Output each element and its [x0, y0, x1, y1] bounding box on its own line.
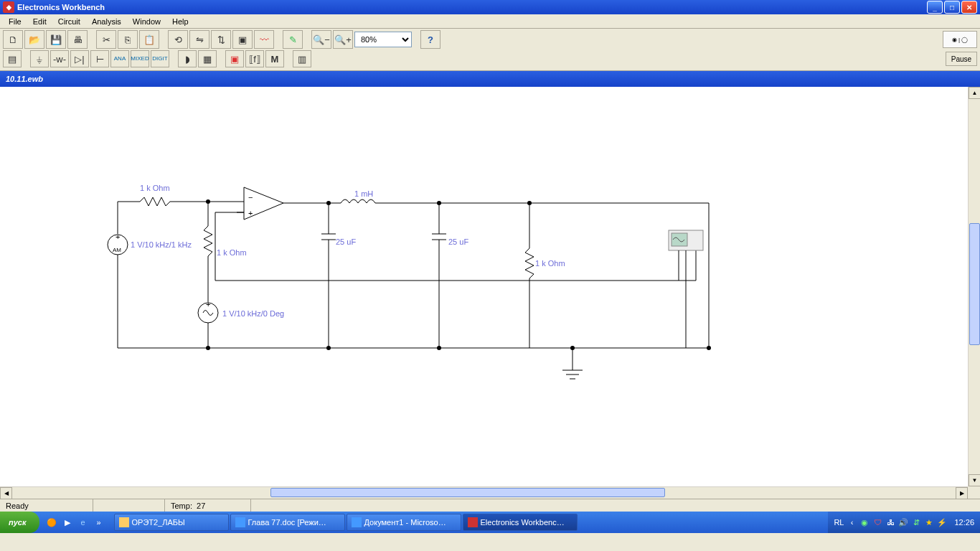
- svg-point-49: [437, 346, 441, 350]
- ql-more-icon[interactable]: »: [93, 516, 105, 529]
- print-button[interactable]: 🖶: [67, 30, 88, 49]
- horizontal-scroll-thumb[interactable]: [270, 488, 665, 497]
- tray-usb-icon[interactable]: ⇵: [911, 517, 921, 527]
- task-item-folder[interactable]: ОРЭТ2_ЛАБЫ: [114, 514, 229, 531]
- label-c1: 25 uF: [336, 237, 356, 246]
- tray-volume-icon[interactable]: 🔊: [898, 517, 908, 527]
- start-button[interactable]: пуск: [0, 512, 39, 533]
- vertical-scrollbar[interactable]: ▲ ▼: [968, 87, 980, 486]
- diodes-button[interactable]: ▷|: [70, 50, 89, 67]
- open-button[interactable]: 📂: [24, 30, 44, 49]
- cut-button[interactable]: ✂: [96, 30, 116, 49]
- circuit-schematic: − +: [0, 87, 968, 486]
- menu-edit[interactable]: Edit: [27, 16, 52, 27]
- new-button[interactable]: 🗋: [3, 30, 23, 49]
- scroll-down-icon[interactable]: ▼: [969, 474, 980, 486]
- vertical-scroll-thumb[interactable]: [969, 223, 980, 345]
- indicators-button[interactable]: ▣: [225, 50, 244, 67]
- digital-button[interactable]: ▦: [198, 50, 217, 67]
- menu-file[interactable]: File: [3, 16, 27, 27]
- save-button[interactable]: 💾: [46, 30, 66, 49]
- pause-button[interactable]: Pause: [946, 52, 977, 66]
- component-button[interactable]: ✎: [283, 30, 303, 49]
- scroll-left-icon[interactable]: ◀: [0, 487, 12, 499]
- tray-prev-icon[interactable]: ‹: [847, 517, 857, 527]
- label-r3: 1 k Ohm: [535, 259, 565, 268]
- svg-text:+: +: [116, 232, 120, 241]
- menu-window[interactable]: Window: [127, 16, 166, 27]
- controls-button[interactable]: ⟦f⟧: [245, 50, 264, 67]
- svg-text:−: −: [248, 193, 253, 202]
- help-button[interactable]: ?: [420, 30, 440, 49]
- minimize-button[interactable]: _: [927, 1, 943, 14]
- svg-text:+: +: [206, 300, 210, 309]
- status-temp: Temp: 27: [165, 499, 251, 512]
- sources-button[interactable]: ⏚: [30, 50, 49, 67]
- status-ready: Ready: [0, 499, 93, 512]
- menu-circuit[interactable]: Circuit: [52, 16, 86, 27]
- mixed-ic-button[interactable]: MIXED: [131, 50, 149, 67]
- label-r2: 1 k Ohm: [217, 248, 247, 257]
- rotate-button[interactable]: ⟲: [168, 30, 188, 49]
- activate-switch[interactable]: ◉ | ◯: [943, 31, 977, 48]
- svg-point-51: [707, 346, 711, 350]
- misc-button[interactable]: M: [265, 50, 284, 67]
- scroll-up-icon[interactable]: ▲: [969, 87, 980, 99]
- label-ac-value: 1 V/10 kHz/0 Deg: [222, 309, 284, 318]
- close-button[interactable]: ✕: [961, 1, 977, 14]
- tray-lang[interactable]: RL: [834, 518, 844, 527]
- basic-button[interactable]: -w-: [50, 50, 69, 67]
- subcircuit-button[interactable]: ▣: [232, 30, 253, 49]
- paste-button[interactable]: 📋: [139, 30, 159, 49]
- svg-point-47: [206, 346, 210, 350]
- label-am-value: 1 V/10 kHz/1 kHz: [131, 240, 192, 249]
- zoom-out-button[interactable]: 🔍−: [311, 30, 331, 49]
- label-l1: 1 mH: [354, 189, 373, 198]
- instruments-button[interactable]: ▥: [293, 50, 311, 67]
- task-item-ewb[interactable]: Electronics Workbenc…: [463, 514, 578, 531]
- menu-analysis[interactable]: Analysis: [86, 16, 127, 27]
- ql-desktop-icon[interactable]: 🟠: [45, 516, 58, 529]
- tray-clock[interactable]: 12:26: [954, 518, 974, 527]
- ql-ie-icon[interactable]: e: [77, 516, 90, 529]
- ql-player-icon[interactable]: ▶: [61, 516, 74, 529]
- label-c2: 25 uF: [448, 237, 468, 246]
- tray-shield-icon[interactable]: 🛡: [872, 517, 882, 527]
- logic-gates-button[interactable]: ◗: [178, 50, 197, 67]
- maximize-button[interactable]: □: [944, 1, 960, 14]
- flip-v-button[interactable]: ⇅: [211, 30, 231, 49]
- tray-network-icon[interactable]: 🖧: [885, 517, 895, 527]
- tray-update-icon[interactable]: ◉: [859, 517, 870, 527]
- folder-icon: [119, 517, 129, 527]
- menubar: File Edit Circuit Analysis Window Help: [0, 14, 980, 29]
- copy-button[interactable]: ⎘: [118, 30, 138, 49]
- task-item-doc2[interactable]: Документ1 - Microso…: [347, 514, 461, 531]
- menu-help[interactable]: Help: [166, 16, 194, 27]
- task-items: ОРЭТ2_ЛАБЫ Глава 77.doc [Режи… Документ1…: [114, 514, 578, 531]
- svg-point-46: [527, 201, 532, 205]
- transistors-button[interactable]: ⊢: [90, 50, 109, 67]
- analog-ic-button[interactable]: ANA: [110, 50, 129, 67]
- graph-button[interactable]: 〰: [254, 30, 274, 49]
- status-empty: [93, 499, 165, 512]
- document-filename: 10.11.ewb: [6, 75, 43, 83]
- digital-ic-button[interactable]: DIGIT: [151, 50, 169, 67]
- word-icon: [235, 517, 245, 527]
- task-item-doc1[interactable]: Глава 77.doc [Режи…: [230, 514, 345, 531]
- scroll-right-icon[interactable]: ▶: [956, 487, 968, 499]
- titlebar: ◆ Electronics Workbench _ □ ✕: [0, 0, 980, 14]
- horizontal-scrollbar[interactable]: ◀ ▶: [0, 486, 968, 499]
- tray-av-icon[interactable]: ★: [924, 517, 934, 527]
- svg-point-44: [326, 201, 331, 205]
- zoom-in-button[interactable]: 🔍+: [333, 30, 353, 49]
- favorites-button[interactable]: ▤: [3, 50, 22, 67]
- zoom-select[interactable]: 80%: [354, 32, 412, 47]
- circuit-canvas[interactable]: − +: [0, 87, 980, 499]
- tray-power-icon[interactable]: ⚡: [937, 517, 947, 527]
- word-icon: [352, 517, 362, 527]
- flip-h-button[interactable]: ⇋: [189, 30, 209, 49]
- taskbar: пуск 🟠 ▶ e » ОРЭТ2_ЛАБЫ Глава 77.doc [Ре…: [0, 512, 980, 533]
- statusbar: Ready Temp: 27: [0, 499, 980, 512]
- ewb-icon: [468, 517, 478, 527]
- app-icon: ◆: [3, 1, 14, 13]
